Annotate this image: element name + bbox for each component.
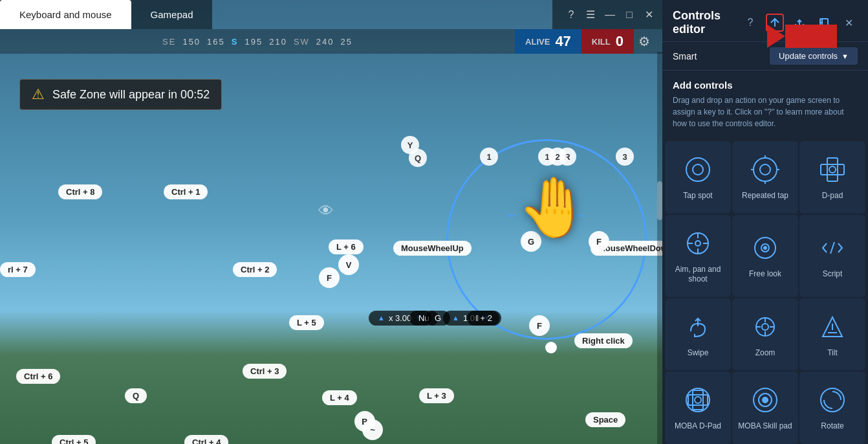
control-moba-d-pad[interactable]: MOBA D-Pad — [665, 372, 731, 444]
add-controls-description: Drag and drop an action on your game scr… — [673, 94, 858, 129]
control-repeated-tap[interactable]: Repeated tap — [732, 141, 798, 214]
svg-point-15 — [829, 166, 836, 173]
key-ctrl7[interactable]: rl + 7 — [0, 262, 36, 277]
zoom-label: Zoom — [755, 348, 776, 359]
repeated-tap-label: Repeated tap — [742, 191, 788, 201]
settings-icon[interactable]: ⚙ — [634, 31, 655, 52]
moba-d-pad-icon — [682, 384, 714, 416]
control-moba-skill-pad[interactable]: MOBA Skill pad — [732, 372, 798, 444]
key-ctrl1[interactable]: Ctrl + 1 — [164, 184, 208, 199]
hud-stats: ALIVE 47 KILL 0 ⚙ — [515, 29, 662, 54]
key-tilde[interactable]: ~ — [362, 419, 383, 440]
svg-point-38 — [695, 397, 701, 403]
key-Q[interactable]: Q — [125, 388, 147, 403]
control-tap-spot[interactable]: Tap spot — [665, 141, 731, 214]
scrollbar-thumb[interactable] — [657, 181, 662, 220]
key-ctrl3[interactable]: Ctrl + 3 — [243, 364, 287, 379]
panel-header-icons: ? ✕ — [741, 14, 858, 32]
scroll-g-label: G — [435, 313, 441, 323]
key-V[interactable]: V — [338, 254, 359, 275]
script-label: Script — [823, 269, 843, 280]
alive-stat: ALIVE 47 — [515, 29, 581, 54]
swipe-label: Swipe — [688, 348, 709, 359]
panel-help-icon[interactable]: ? — [741, 14, 759, 32]
svg-point-42 — [763, 397, 768, 403]
control-swipe[interactable]: Swipe — [665, 298, 731, 371]
game-scrollbar[interactable] — [657, 52, 662, 444]
control-free-look[interactable]: Free look — [732, 215, 798, 297]
controls-grid: Tap spot Repeated tap — [662, 141, 868, 444]
help-icon[interactable]: ? — [565, 9, 577, 21]
control-zoom[interactable]: Zoom — [732, 298, 798, 371]
eye-icon[interactable]: 👁 — [318, 202, 334, 220]
compass: SE 150 165 S 195 210 SW 240 25 — [0, 37, 515, 47]
tilt-label: Tilt — [827, 348, 838, 359]
menu-icon[interactable]: ☰ — [585, 9, 596, 21]
key-ctrl2[interactable]: Ctrl + 2 — [233, 262, 277, 277]
game-area: Keyboard and mouse Gamepad ? ☰ — □ ✕ SE … — [0, 0, 662, 444]
repeated-tap-icon — [749, 153, 781, 186]
aim-pan-shoot-label: Aim, pan and shoot — [670, 265, 726, 285]
close-button[interactable]: ✕ — [643, 9, 655, 21]
tap-spot-label: Tap spot — [683, 191, 712, 201]
key-ctrl8[interactable]: Ctrl + 8 — [58, 184, 102, 199]
maximize-button[interactable]: □ — [624, 9, 635, 21]
key-Q2[interactable]: Q — [409, 149, 427, 167]
update-controls-button[interactable]: Update controls ▼ — [770, 47, 858, 65]
key-num3[interactable]: 3 — [616, 148, 634, 166]
tilt-icon — [816, 311, 849, 343]
moba-skill-pad-icon — [749, 384, 781, 416]
key-F2[interactable]: F — [589, 231, 609, 252]
control-script[interactable]: Script — [799, 215, 865, 297]
minimize-button[interactable]: — — [604, 9, 616, 21]
panel-close-button[interactable]: ✕ — [840, 14, 858, 32]
top-bar: Keyboard and mouse Gamepad ? ☰ — □ ✕ — [0, 0, 662, 29]
key-rightclick[interactable]: Right click — [574, 333, 633, 348]
scroll-plus2: l + 2 — [467, 311, 501, 326]
script-icon — [816, 232, 849, 264]
key-ctrl5[interactable]: Ctrl + 5 — [52, 435, 96, 444]
export-icon[interactable] — [790, 14, 808, 32]
free-look-icon — [749, 232, 781, 264]
arrow-up2-icon[interactable]: ▲ — [452, 315, 459, 322]
svg-point-7 — [754, 158, 777, 181]
warning-icon: ⚠ — [32, 86, 45, 103]
control-d-pad[interactable]: D-pad — [799, 141, 865, 214]
key-num1[interactable]: 1 — [480, 148, 498, 166]
key-L5[interactable]: L + 5 — [289, 315, 324, 330]
key-F3[interactable]: F — [529, 315, 550, 336]
rotate-icon — [816, 384, 849, 416]
tab-gamepad[interactable]: Gamepad — [131, 0, 213, 29]
rotate-label: Rotate — [821, 421, 843, 432]
key-mousewheelup[interactable]: MouseWheelUp — [393, 241, 472, 256]
d-pad-icon — [816, 153, 849, 186]
key-L4[interactable]: L + 4 — [322, 390, 357, 405]
scroll-num2-label: l + 2 — [476, 313, 492, 323]
import-icon[interactable] — [815, 14, 833, 32]
moba-d-pad-label: MOBA D-Pad — [675, 421, 721, 432]
svg-point-6 — [693, 164, 703, 175]
key-ctrl6[interactable]: Ctrl + 6 — [16, 369, 60, 384]
kill-stat: KILL 0 — [581, 29, 634, 54]
key-ctrl4[interactable]: Ctrl + 4 — [184, 435, 228, 444]
arrow-up-icon[interactable]: ▲ — [378, 315, 385, 322]
scroll-x3-value: x 3.00 — [389, 313, 411, 323]
svg-point-24 — [764, 247, 766, 249]
control-tilt[interactable]: Tilt — [799, 298, 865, 371]
key-L3[interactable]: L + 3 — [419, 388, 454, 403]
window-controls: ? ☰ — □ ✕ — [552, 0, 662, 29]
tab-bar: Keyboard and mouse Gamepad — [0, 0, 212, 29]
swipe-icon — [682, 311, 714, 343]
key-num2[interactable]: 2 — [548, 148, 567, 166]
key-F1[interactable]: F — [319, 267, 340, 288]
tab-keyboard[interactable]: Keyboard and mouse — [0, 0, 131, 29]
joystick-dot — [545, 342, 557, 353]
svg-point-21 — [695, 241, 700, 246]
control-rotate[interactable]: Rotate — [799, 372, 865, 444]
key-L6[interactable]: L + 6 — [329, 239, 363, 254]
aim-pan-shoot-icon — [682, 227, 714, 260]
control-aim-pan-shoot[interactable]: Aim, pan and shoot — [665, 215, 731, 297]
key-space[interactable]: Space — [585, 412, 625, 427]
panel-sub-header: Smart Update controls ▼ — [662, 42, 868, 71]
smart-update-icon[interactable] — [766, 14, 784, 32]
